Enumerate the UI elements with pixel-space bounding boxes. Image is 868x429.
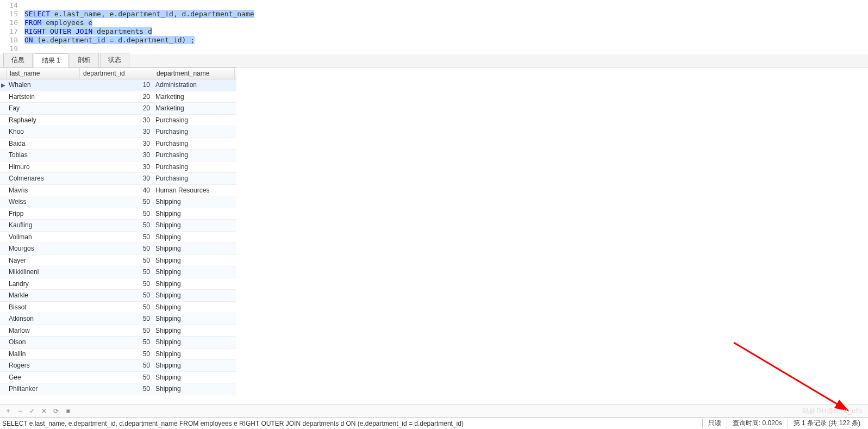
cell-department-id[interactable]: 50 <box>80 221 153 229</box>
cell-department-id[interactable]: 20 <box>80 104 153 112</box>
cell-last-name[interactable]: Hartstein <box>7 93 80 101</box>
cell-department-name[interactable]: Purchasing <box>153 128 235 135</box>
cell-department-name[interactable]: Shipping <box>153 221 235 229</box>
table-row[interactable]: Mallin50Shipping <box>0 349 236 360</box>
cell-department-name[interactable]: Shipping <box>153 291 235 299</box>
code-line[interactable]: SELECT e.last_name, e.department_id, d.d… <box>24 10 254 18</box>
cell-last-name[interactable]: Weiss <box>7 198 80 206</box>
table-row[interactable]: Baida30Purchasing <box>0 138 236 150</box>
cell-last-name[interactable]: Baida <box>7 140 80 147</box>
code-line[interactable]: FROM employees e <box>24 18 92 27</box>
cell-department-name[interactable]: Shipping <box>153 257 235 264</box>
cell-department-name[interactable]: Shipping <box>153 268 235 276</box>
cell-department-id[interactable]: 50 <box>80 291 153 299</box>
table-row[interactable]: Landry50Shipping <box>0 278 236 290</box>
cell-last-name[interactable]: Mallin <box>7 350 80 358</box>
table-row[interactable]: Weiss50Shipping <box>0 196 236 208</box>
delete-row-button[interactable]: − <box>16 407 24 415</box>
cell-department-id[interactable]: 50 <box>80 280 153 288</box>
cell-department-id[interactable]: 30 <box>80 163 153 171</box>
cell-department-name[interactable]: Shipping <box>153 385 235 393</box>
cell-department-name[interactable]: Shipping <box>153 350 235 358</box>
cell-department-name[interactable]: Shipping <box>153 338 235 346</box>
table-row[interactable]: Bissot50Shipping <box>0 302 236 314</box>
table-row[interactable]: Fay20Marketing <box>0 103 236 115</box>
cell-last-name[interactable]: Landry <box>7 280 80 288</box>
table-row[interactable]: Vollman50Shipping <box>0 232 236 244</box>
cell-last-name[interactable]: Markle <box>7 291 80 299</box>
cell-last-name[interactable]: Himuro <box>7 163 80 171</box>
cell-last-name[interactable]: Tobias <box>7 151 80 159</box>
cell-department-name[interactable]: Shipping <box>153 362 235 369</box>
cell-department-id[interactable]: 50 <box>80 233 153 241</box>
cell-department-id[interactable]: 50 <box>80 362 153 369</box>
sql-editor[interactable]: 1415SELECT e.last_name, e.department_id,… <box>0 0 868 54</box>
cell-department-name[interactable]: Shipping <box>153 198 235 206</box>
cell-department-id[interactable]: 50 <box>80 257 153 264</box>
cell-department-name[interactable]: Marketing <box>153 104 235 112</box>
code-line[interactable]: RIGHT OUTER JOIN departments d <box>24 27 152 36</box>
table-row[interactable]: Tobias30Purchasing <box>0 150 236 161</box>
table-row[interactable]: Mourgos50Shipping <box>0 243 236 255</box>
tab-剖析[interactable]: 剖析 <box>70 53 99 67</box>
cell-department-id[interactable]: 50 <box>80 338 153 346</box>
cell-last-name[interactable]: Bissot <box>7 303 80 311</box>
cell-last-name[interactable]: Fay <box>7 104 80 112</box>
cell-last-name[interactable]: Colmenares <box>7 175 80 182</box>
table-row[interactable]: Atkinson50Shipping <box>0 313 236 325</box>
cell-department-name[interactable]: Shipping <box>153 210 235 217</box>
tab-状态[interactable]: 状态 <box>100 53 129 67</box>
cell-department-id[interactable]: 50 <box>80 198 153 206</box>
table-row[interactable]: Markle50Shipping <box>0 290 236 302</box>
table-row[interactable]: Marlow50Shipping <box>0 325 236 337</box>
cell-department-id[interactable]: 50 <box>80 385 153 393</box>
cell-department-id[interactable]: 30 <box>80 116 153 124</box>
cell-last-name[interactable]: Gee <box>7 374 80 381</box>
cell-department-name[interactable]: Shipping <box>153 374 235 381</box>
cell-department-id[interactable]: 50 <box>80 350 153 358</box>
cell-department-id[interactable]: 30 <box>80 128 153 135</box>
cell-department-id[interactable]: 40 <box>80 186 153 194</box>
cell-department-name[interactable]: Marketing <box>153 93 235 101</box>
cell-department-name[interactable]: Shipping <box>153 280 235 288</box>
column-header-last-name[interactable]: last_name <box>7 68 80 79</box>
cell-department-id[interactable]: 50 <box>80 327 153 334</box>
cell-last-name[interactable]: Raphaely <box>7 116 80 124</box>
cell-last-name[interactable]: Vollman <box>7 233 80 241</box>
cell-last-name[interactable]: Whalen <box>7 81 80 89</box>
apply-button[interactable]: ✓ <box>28 407 36 415</box>
cell-department-name[interactable]: Shipping <box>153 327 235 334</box>
table-row[interactable]: Mikkilineni50Shipping <box>0 266 236 278</box>
table-row[interactable]: Himuro30Purchasing <box>0 161 236 173</box>
cell-last-name[interactable]: Mourgos <box>7 245 80 252</box>
cell-department-id[interactable]: 30 <box>80 151 153 159</box>
code-line[interactable]: ON (e.department_id = d.department_id) ; <box>24 36 195 45</box>
cell-last-name[interactable]: Kaufling <box>7 221 80 229</box>
cell-department-name[interactable]: Shipping <box>153 245 235 252</box>
table-row[interactable]: Rogers50Shipping <box>0 360 236 372</box>
cell-last-name[interactable]: Nayer <box>7 257 80 264</box>
cell-department-name[interactable]: Human Resources <box>153 186 235 194</box>
refresh-button[interactable]: ⟳ <box>52 407 60 415</box>
cell-last-name[interactable]: Khoo <box>7 128 80 135</box>
column-header-department-id[interactable]: department_id <box>80 68 153 79</box>
cell-department-id[interactable]: 50 <box>80 245 153 252</box>
cell-department-id[interactable]: 50 <box>80 210 153 217</box>
cell-department-name[interactable]: Shipping <box>153 303 235 311</box>
stop-button[interactable]: ■ <box>64 407 72 415</box>
table-row[interactable]: Hartstein20Marketing <box>0 91 236 103</box>
cell-department-name[interactable]: Purchasing <box>153 175 235 182</box>
cell-department-id[interactable]: 30 <box>80 175 153 182</box>
cell-last-name[interactable]: Mavris <box>7 186 80 194</box>
cell-department-id[interactable]: 50 <box>80 315 153 322</box>
add-row-button[interactable]: + <box>4 407 12 415</box>
cell-department-id[interactable]: 30 <box>80 140 153 147</box>
cell-department-name[interactable]: Purchasing <box>153 140 235 147</box>
cell-department-id[interactable]: 50 <box>80 303 153 311</box>
cell-last-name[interactable]: Olson <box>7 338 80 346</box>
cell-department-name[interactable]: Administration <box>153 81 235 89</box>
cell-last-name[interactable]: Mikkilineni <box>7 268 80 276</box>
table-row[interactable]: Philtanker50Shipping <box>0 383 236 395</box>
cell-department-id[interactable]: 20 <box>80 93 153 101</box>
result-grid[interactable]: last_name department_id department_name … <box>0 67 236 395</box>
